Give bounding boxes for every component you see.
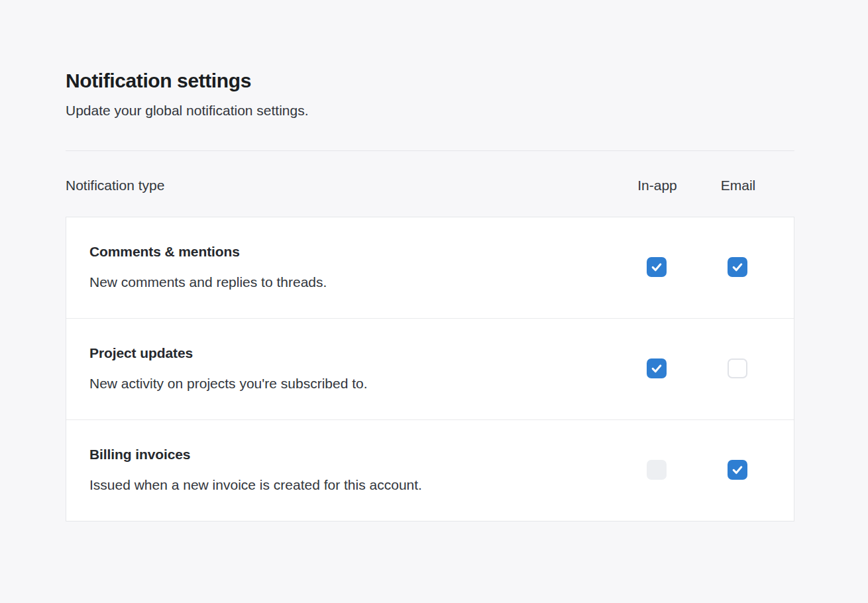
row-text: Billing invoices Issued when a new invoi… bbox=[89, 445, 616, 494]
row-description: New comments and replies to threads. bbox=[89, 273, 616, 292]
comments-mentions-in-app-checkbox[interactable] bbox=[647, 257, 667, 277]
billing-invoices-email-checkbox[interactable] bbox=[728, 460, 747, 480]
checkmark-icon bbox=[650, 260, 663, 274]
row-text: Project updates New activity on projects… bbox=[89, 344, 616, 393]
column-header-in-app: In-app bbox=[617, 176, 698, 195]
table-row-project-updates: Project updates New activity on projects… bbox=[66, 319, 794, 420]
column-header-notification-type: Notification type bbox=[66, 176, 617, 195]
notification-settings-page: Notification settings Update your global… bbox=[66, 0, 794, 521]
table-row-billing-invoices: Billing invoices Issued when a new invoi… bbox=[66, 420, 794, 521]
table-header-row: Notification type In-app Email bbox=[66, 176, 794, 195]
checkmark-icon bbox=[731, 463, 744, 476]
project-updates-in-app-checkbox[interactable] bbox=[647, 358, 667, 378]
page-subtitle: Update your global notification settings… bbox=[66, 101, 794, 120]
checkmark-icon bbox=[731, 260, 744, 274]
project-updates-email-checkbox[interactable] bbox=[728, 358, 747, 378]
section-divider bbox=[66, 150, 794, 151]
checkmark-icon bbox=[650, 362, 663, 375]
row-title: Billing invoices bbox=[89, 445, 616, 464]
page-title: Notification settings bbox=[66, 68, 794, 93]
notification-settings-card: Comments & mentions New comments and rep… bbox=[66, 217, 794, 521]
row-description: Issued when a new invoice is created for… bbox=[89, 476, 616, 494]
row-text: Comments & mentions New comments and rep… bbox=[89, 243, 616, 292]
table-row-comments-mentions: Comments & mentions New comments and rep… bbox=[66, 217, 794, 319]
comments-mentions-email-checkbox[interactable] bbox=[728, 257, 747, 277]
billing-invoices-in-app-checkbox bbox=[647, 460, 667, 480]
column-header-email: Email bbox=[698, 176, 779, 195]
row-title: Project updates bbox=[89, 344, 616, 362]
row-description: New activity on projects you're subscrib… bbox=[89, 374, 616, 393]
row-title: Comments & mentions bbox=[89, 243, 616, 261]
